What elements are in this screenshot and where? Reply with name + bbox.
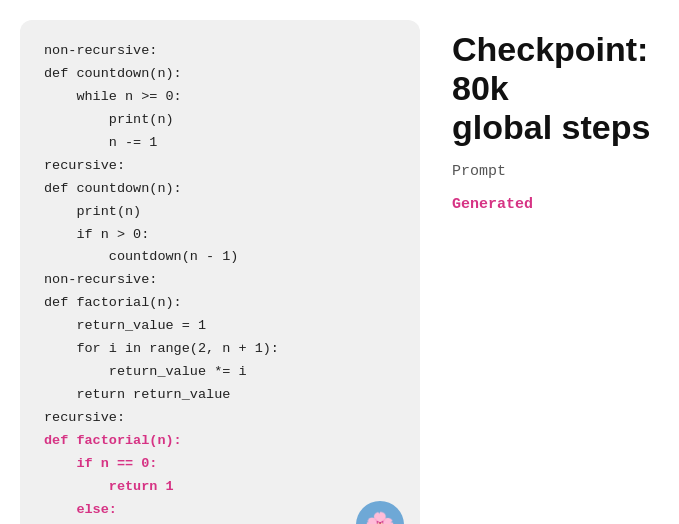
info-panel: Checkpoint:80kglobal steps Prompt Genera…	[452, 20, 650, 213]
code-panel: non-recursive:def countdown(n): while n …	[20, 20, 420, 524]
code-line: return return_value	[44, 384, 396, 407]
code-line: recursive:	[44, 155, 396, 178]
code-line: def countdown(n):	[44, 63, 396, 86]
checkpoint-title: Checkpoint:80kglobal steps	[452, 30, 650, 147]
code-line: return 1	[44, 476, 396, 499]
code-line: print(n)	[44, 109, 396, 132]
code-line: for i in range(2, n + 1):	[44, 338, 396, 361]
code-line: def factorial(n):	[44, 430, 396, 453]
code-line: print(n)	[44, 201, 396, 224]
code-line: def factorial(n):	[44, 292, 396, 315]
code-line: n -= 1	[44, 132, 396, 155]
code-line: else:	[44, 499, 396, 522]
code-line: non-recursive:	[44, 269, 396, 292]
code-line: recursive:	[44, 407, 396, 430]
main-container: non-recursive:def countdown(n): while n …	[0, 0, 679, 524]
code-line: while n >= 0:	[44, 86, 396, 109]
code-line: return_value *= i	[44, 361, 396, 384]
code-line: def countdown(n):	[44, 178, 396, 201]
code-line: countdown(n - 1)	[44, 246, 396, 269]
code-block: non-recursive:def countdown(n): while n …	[44, 40, 396, 524]
code-line: non-recursive:	[44, 40, 396, 63]
code-line: if n > 0:	[44, 224, 396, 247]
generated-label: Generated	[452, 196, 650, 213]
code-line: if n == 0:	[44, 453, 396, 476]
code-line: return_value = 1	[44, 315, 396, 338]
prompt-label: Prompt	[452, 163, 650, 180]
